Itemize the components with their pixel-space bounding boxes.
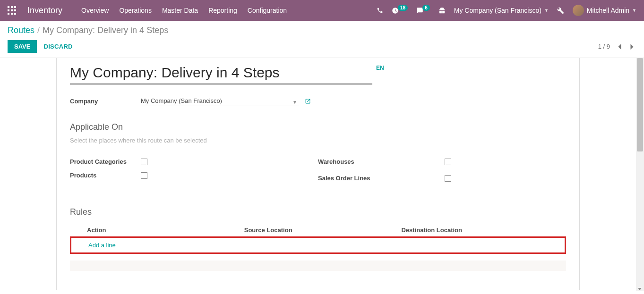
col-action: Action: [87, 227, 244, 234]
activities-badge: 18: [398, 5, 408, 11]
user-name: Mitchell Admin: [587, 7, 629, 14]
pager-next-icon[interactable]: [627, 42, 636, 51]
activities-icon[interactable]: 18: [392, 7, 408, 14]
svg-rect-4: [11, 9, 13, 11]
col-source: Source Location: [244, 227, 402, 234]
warehouses-label: Warehouses: [318, 158, 445, 165]
svg-rect-8: [14, 13, 16, 15]
pager-text[interactable]: 1 / 9: [598, 43, 610, 50]
app-brand[interactable]: Inventory: [27, 6, 62, 16]
company-field[interactable]: [141, 96, 299, 106]
applicable-on-title: Applicable On: [70, 122, 566, 132]
dropdown-caret-icon[interactable]: ▼: [292, 100, 297, 105]
breadcrumb-separator: /: [37, 25, 40, 35]
discard-button[interactable]: DISCARD: [43, 43, 72, 50]
svg-rect-5: [14, 9, 16, 11]
company-label: Company: [70, 98, 141, 105]
menu-overview[interactable]: Overview: [81, 7, 109, 14]
debug-icon[interactable]: [557, 7, 564, 14]
top-navbar: Inventory Overview Operations Master Dat…: [0, 0, 644, 21]
messages-badge: 6: [422, 5, 430, 11]
user-menu[interactable]: Mitchell Admin ▼: [573, 5, 636, 16]
control-panel: Routes / My Company: Delivery in 4 Steps…: [0, 21, 644, 58]
sales-order-lines-label: Sales Order Lines: [318, 175, 445, 182]
route-name-input[interactable]: [70, 63, 372, 84]
navbar-right: 18 6 My Company (San Francisco) ▼ Mitche…: [377, 5, 636, 16]
breadcrumb: Routes / My Company: Delivery in 4 Steps: [8, 25, 636, 35]
svg-rect-3: [8, 9, 9, 11]
warehouses-checkbox[interactable]: [445, 159, 451, 165]
avatar: [573, 5, 584, 16]
lang-tag[interactable]: EN: [376, 65, 384, 71]
rules-title: Rules: [70, 207, 566, 217]
svg-rect-0: [8, 6, 9, 8]
menu-configuration[interactable]: Configuration: [248, 7, 287, 14]
pager: 1 / 9: [598, 42, 636, 51]
products-label: Products: [70, 172, 141, 179]
apps-icon[interactable]: [8, 6, 16, 15]
external-link-icon[interactable]: [305, 98, 311, 104]
pager-prev-icon[interactable]: [615, 42, 624, 51]
gift-icon[interactable]: [438, 7, 446, 14]
messages-icon[interactable]: 6: [416, 7, 430, 14]
sales-order-lines-checkbox[interactable]: [445, 175, 451, 182]
main-menu: Overview Operations Master Data Reportin…: [81, 7, 287, 14]
form-view: EN Company ▼ Applicable On Select the pl…: [0, 58, 636, 291]
svg-rect-1: [11, 6, 13, 8]
scroll-down-icon[interactable]: [638, 288, 642, 290]
company-name: My Company (San Francisco): [454, 7, 541, 14]
col-destination: Destination Location: [401, 227, 566, 234]
company-selector[interactable]: My Company (San Francisco) ▼: [454, 7, 549, 14]
product-categories-label: Product Categories: [70, 158, 141, 165]
rules-table-body: Add a line: [70, 236, 566, 254]
phone-icon[interactable]: [377, 7, 383, 14]
rules-table: Action Source Location Destination Locat…: [70, 224, 566, 271]
menu-master-data[interactable]: Master Data: [162, 7, 198, 14]
action-buttons: SAVE DISCARD: [8, 40, 73, 53]
products-checkbox[interactable]: [141, 172, 147, 179]
menu-operations[interactable]: Operations: [119, 7, 151, 14]
scroll-thumb[interactable]: [637, 58, 643, 151]
scrollbar[interactable]: [636, 58, 644, 291]
caret-down-icon: ▼: [544, 8, 549, 13]
caret-down-icon: ▼: [632, 8, 636, 13]
add-line-link[interactable]: Add a line: [88, 242, 116, 249]
rules-table-footer: [70, 260, 566, 271]
save-button[interactable]: SAVE: [8, 40, 37, 53]
breadcrumb-root[interactable]: Routes: [8, 25, 34, 35]
menu-reporting[interactable]: Reporting: [208, 7, 237, 14]
svg-rect-7: [11, 13, 13, 15]
product-categories-checkbox[interactable]: [141, 159, 147, 165]
applicable-on-subtitle: Select the places where this route can b…: [70, 137, 566, 144]
breadcrumb-current: My Company: Delivery in 4 Steps: [43, 25, 168, 35]
svg-rect-6: [8, 13, 9, 15]
svg-rect-2: [14, 6, 16, 8]
rules-table-header: Action Source Location Destination Locat…: [70, 224, 566, 236]
